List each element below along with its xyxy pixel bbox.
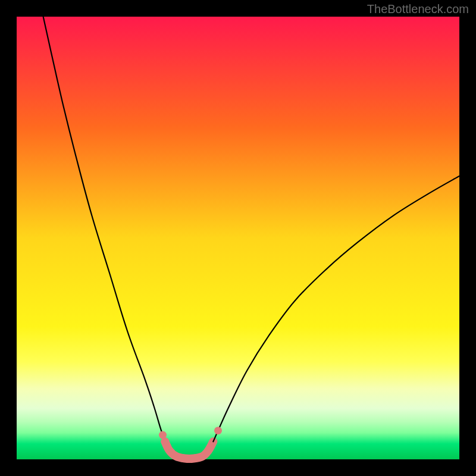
marker-dot [214,427,222,434]
attribution-text: TheBottleneck.com [367,2,469,16]
chart-container: TheBottleneck.com [0,0,476,476]
plot-area [17,17,459,459]
marker-dot [159,431,167,439]
marker-dot [163,442,171,450]
chart-svg [0,0,476,476]
